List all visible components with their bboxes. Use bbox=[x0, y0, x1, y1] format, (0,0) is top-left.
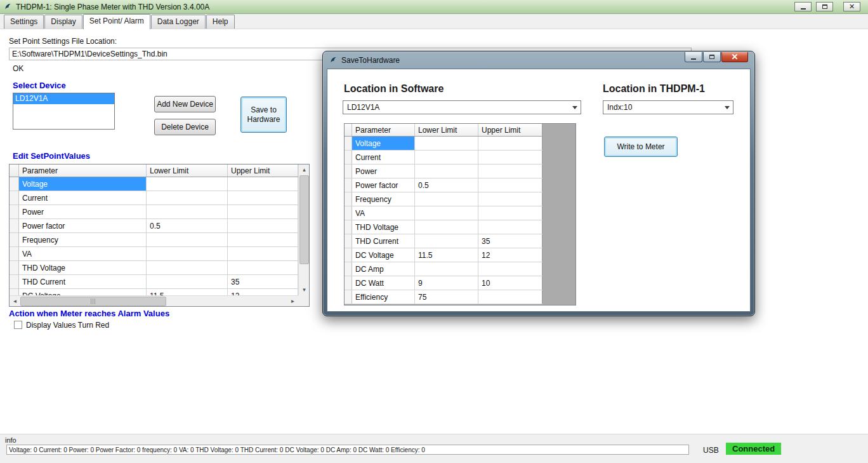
column-header-upper-limit[interactable]: Upper Limit bbox=[478, 124, 542, 136]
cell-parameter[interactable]: VA bbox=[352, 206, 415, 220]
tab[interactable]: Display bbox=[44, 15, 82, 29]
save-to-hardware-button[interactable]: Save to Hardware bbox=[240, 97, 287, 133]
cell-upper-limit[interactable] bbox=[478, 290, 542, 304]
tab[interactable]: Help bbox=[206, 15, 235, 29]
cell-parameter[interactable]: DC Voltage bbox=[19, 289, 147, 295]
cell-upper-limit[interactable] bbox=[228, 191, 298, 205]
table-row[interactable]: DC Amp bbox=[345, 262, 542, 276]
cell-lower-limit[interactable]: 0.5 bbox=[147, 219, 228, 232]
cell-parameter[interactable]: Current bbox=[19, 191, 147, 205]
cell-upper-limit[interactable] bbox=[478, 192, 542, 206]
table-row[interactable]: Current bbox=[10, 191, 298, 205]
cell-parameter[interactable]: Frequency bbox=[352, 192, 415, 206]
cell-lower-limit[interactable]: 11.5 bbox=[415, 248, 478, 262]
cell-lower-limit[interactable] bbox=[415, 192, 478, 206]
dialog-maximize-button[interactable] bbox=[703, 52, 721, 62]
cell-lower-limit[interactable]: 0.5 bbox=[415, 178, 478, 192]
software-location-dropdown[interactable]: LD12V1A bbox=[343, 100, 581, 114]
column-header-lower-limit[interactable]: Lower Limit bbox=[415, 124, 478, 136]
cell-lower-limit[interactable]: 75 bbox=[415, 290, 478, 304]
tab[interactable]: Set Point/ Alarm bbox=[83, 14, 150, 29]
table-row[interactable]: Power factor 0.5 bbox=[10, 219, 298, 233]
maximize-button[interactable] bbox=[816, 2, 833, 11]
table-row[interactable]: DC Voltage 11.5 12 bbox=[345, 248, 542, 262]
cell-upper-limit[interactable] bbox=[228, 233, 298, 246]
cell-upper-limit[interactable] bbox=[478, 164, 542, 178]
cell-parameter[interactable]: Voltage bbox=[19, 177, 147, 191]
delete-device-button[interactable]: Delete Device bbox=[154, 119, 216, 135]
scroll-up-icon[interactable]: ▲ bbox=[299, 164, 310, 175]
cell-upper-limit[interactable] bbox=[228, 247, 298, 260]
column-header-parameter[interactable]: Parameter bbox=[352, 124, 415, 136]
cell-lower-limit[interactable] bbox=[415, 262, 478, 276]
horizontal-scrollbar[interactable]: ◄ ► bbox=[10, 295, 298, 306]
cell-lower-limit[interactable] bbox=[147, 233, 228, 246]
cell-parameter[interactable]: Frequency bbox=[19, 233, 147, 246]
cell-lower-limit[interactable] bbox=[147, 275, 228, 288]
table-row[interactable]: THD Voltage bbox=[10, 261, 298, 275]
cell-lower-limit[interactable] bbox=[147, 261, 228, 274]
main-titlebar[interactable]: THDPM-1: Single Phase Meter with THD Ver… bbox=[0, 0, 868, 14]
cell-upper-limit[interactable] bbox=[478, 220, 542, 234]
cell-lower-limit[interactable] bbox=[415, 164, 478, 178]
cell-upper-limit[interactable] bbox=[478, 262, 542, 276]
cell-upper-limit[interactable]: 12 bbox=[228, 289, 298, 295]
cell-parameter[interactable]: Voltage bbox=[352, 137, 415, 150]
dialog-close-button[interactable]: ✕ bbox=[721, 52, 748, 62]
column-header-parameter[interactable]: Parameter bbox=[19, 164, 147, 177]
cell-lower-limit[interactable] bbox=[415, 151, 478, 164]
cell-parameter[interactable]: VA bbox=[19, 247, 147, 260]
cell-lower-limit[interactable] bbox=[147, 191, 228, 205]
cell-upper-limit[interactable]: 10 bbox=[478, 276, 542, 290]
cell-upper-limit[interactable] bbox=[228, 261, 298, 274]
write-to-meter-button[interactable]: Write to Meter bbox=[604, 137, 678, 157]
cell-parameter[interactable]: Current bbox=[352, 151, 415, 164]
cell-lower-limit[interactable]: 11.5 bbox=[147, 289, 228, 295]
device-list-item[interactable]: LD12V1A bbox=[13, 93, 114, 104]
cell-parameter[interactable]: Power bbox=[352, 164, 415, 178]
cell-parameter[interactable]: Power factor bbox=[352, 178, 415, 192]
scroll-right-icon[interactable]: ► bbox=[287, 296, 298, 307]
cell-upper-limit[interactable] bbox=[228, 219, 298, 232]
cell-upper-limit[interactable]: 12 bbox=[478, 248, 542, 262]
vertical-scrollbar-thumb[interactable] bbox=[299, 175, 309, 264]
scroll-left-icon[interactable]: ◄ bbox=[10, 296, 20, 307]
cell-lower-limit[interactable] bbox=[415, 220, 478, 234]
cell-lower-limit[interactable] bbox=[415, 137, 478, 150]
scroll-down-icon[interactable]: ▼ bbox=[299, 285, 310, 295]
cell-parameter[interactable]: DC Watt bbox=[352, 276, 415, 290]
table-row[interactable]: Current bbox=[345, 151, 542, 164]
cell-lower-limit[interactable]: 9 bbox=[415, 276, 478, 290]
cell-parameter[interactable]: Efficiency bbox=[352, 290, 415, 304]
display-values-turn-red-checkbox[interactable] bbox=[14, 321, 22, 329]
minimize-button[interactable] bbox=[794, 2, 812, 11]
cell-upper-limit[interactable] bbox=[478, 206, 542, 220]
horizontal-scrollbar-thumb[interactable] bbox=[20, 297, 166, 306]
cell-parameter[interactable]: Power factor bbox=[19, 219, 147, 232]
cell-lower-limit[interactable] bbox=[415, 234, 478, 248]
cell-parameter[interactable]: THD Current bbox=[352, 234, 415, 248]
table-row[interactable]: DC Watt 9 10 bbox=[345, 276, 542, 290]
hardware-location-dropdown[interactable]: Indx:10 bbox=[603, 100, 733, 114]
cell-lower-limit[interactable] bbox=[147, 205, 228, 218]
tab[interactable]: Settings bbox=[4, 15, 44, 29]
table-row[interactable]: Voltage bbox=[10, 177, 298, 191]
table-row[interactable]: VA bbox=[345, 206, 542, 220]
cell-parameter[interactable]: THD Voltage bbox=[19, 261, 147, 274]
cell-lower-limit[interactable] bbox=[147, 177, 228, 191]
cell-upper-limit[interactable] bbox=[478, 151, 542, 164]
table-row[interactable]: THD Current 35 bbox=[10, 275, 298, 289]
table-row[interactable]: Voltage bbox=[345, 137, 542, 151]
table-row[interactable]: Efficiency 75 bbox=[345, 290, 542, 304]
table-row[interactable]: Frequency bbox=[10, 233, 298, 247]
device-listbox[interactable]: LD12V1A bbox=[13, 93, 115, 130]
table-row[interactable]: Power factor 0.5 bbox=[345, 178, 542, 192]
table-row[interactable]: Power bbox=[345, 164, 542, 178]
cell-upper-limit[interactable] bbox=[228, 177, 298, 191]
cell-upper-limit[interactable] bbox=[478, 137, 542, 150]
dialog-minimize-button[interactable] bbox=[685, 52, 702, 62]
cell-parameter[interactable]: DC Voltage bbox=[352, 248, 415, 262]
cell-lower-limit[interactable] bbox=[415, 206, 478, 220]
table-row[interactable]: THD Voltage bbox=[345, 220, 542, 234]
cell-parameter[interactable]: THD Voltage bbox=[352, 220, 415, 234]
